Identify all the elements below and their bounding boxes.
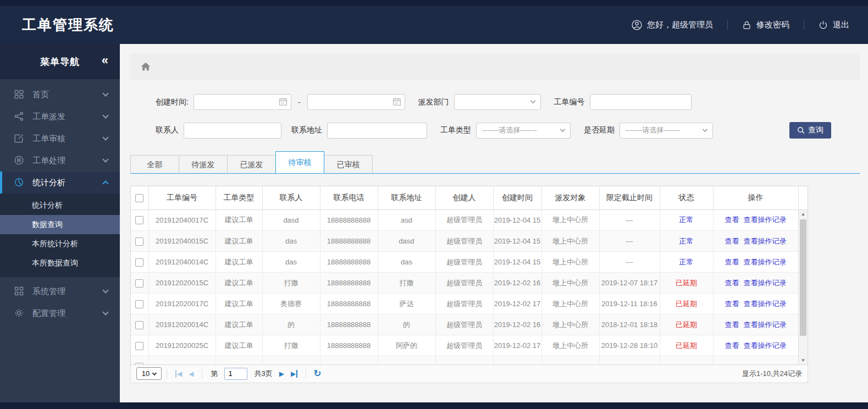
view-log-link[interactable]: 查看操作记录 bbox=[744, 341, 787, 350]
sidebar-item-process[interactable]: 工单处理 bbox=[0, 150, 120, 172]
change-password-link[interactable]: 修改密码 bbox=[756, 20, 789, 30]
chevron-down-icon bbox=[102, 156, 108, 162]
sidebar-item-dispatch[interactable]: 工单派发 bbox=[0, 106, 120, 128]
cell-creator: 超级管理员 bbox=[435, 273, 493, 294]
row-checkbox[interactable] bbox=[135, 321, 143, 329]
prev-page-button[interactable]: ◀ bbox=[189, 370, 193, 378]
calendar-icon[interactable] bbox=[279, 97, 288, 106]
cell bbox=[148, 356, 215, 364]
tab-reviewed[interactable]: 已审核 bbox=[324, 155, 373, 173]
view-link[interactable]: 查看 bbox=[725, 237, 739, 245]
address-input[interactable] bbox=[327, 123, 427, 139]
cell-target: 墩上中心所 bbox=[541, 294, 599, 314]
view-link[interactable]: 查看 bbox=[725, 215, 739, 224]
row-checkbox[interactable] bbox=[135, 216, 143, 224]
row-checkbox[interactable] bbox=[135, 342, 143, 350]
cell-actions: 查看查看操作记录 bbox=[713, 273, 798, 294]
sidebar-item-statistics[interactable]: 统计分析 bbox=[0, 172, 120, 194]
sidebar-subitem-data-query[interactable]: 数据查询 bbox=[0, 215, 120, 234]
view-link[interactable]: 查看 bbox=[725, 300, 739, 308]
row-checkbox[interactable] bbox=[135, 300, 143, 308]
next-page-button[interactable]: ▶ bbox=[279, 370, 284, 378]
view-log-link[interactable]: 查看操作记录 bbox=[744, 279, 787, 287]
cell-type: 建议工单 bbox=[215, 252, 262, 273]
search-button-label: 查询 bbox=[808, 125, 823, 135]
sidebar-title: 菜单导航 bbox=[40, 56, 80, 68]
chevron-down-icon bbox=[102, 309, 108, 315]
view-log-link[interactable]: 查看操作记录 bbox=[744, 300, 787, 308]
refresh-button[interactable]: ↻ bbox=[313, 368, 321, 379]
select-value: -------请选择------- bbox=[482, 125, 537, 135]
contact-input[interactable] bbox=[184, 123, 281, 139]
cell-checkbox bbox=[131, 231, 148, 252]
header-divider bbox=[804, 20, 804, 30]
order-no-input[interactable] bbox=[590, 94, 692, 110]
row-checkbox[interactable] bbox=[135, 258, 143, 267]
cell-order-no: 201912020014C bbox=[148, 314, 215, 335]
sidebar-item-system[interactable]: 系统管理 bbox=[0, 280, 120, 302]
create-time-end-input[interactable] bbox=[307, 94, 405, 110]
order-type-select[interactable]: -------请选择------- bbox=[476, 123, 571, 139]
view-log-link[interactable]: 查看操作记录 bbox=[744, 215, 787, 224]
sidebar-item-review[interactable]: 工单审核 bbox=[0, 128, 120, 150]
sidebar-subitem-branch-statistics[interactable]: 本所统计分析 bbox=[0, 234, 120, 253]
logout-link[interactable]: 退出 bbox=[833, 20, 849, 30]
delay-select[interactable]: -------请选择------- bbox=[620, 123, 713, 139]
scrollbar-thumb[interactable] bbox=[800, 219, 806, 336]
sidebar-item-config[interactable]: 配置管理 bbox=[0, 302, 120, 324]
tab-pending-dispatch[interactable]: 待派发 bbox=[179, 155, 228, 173]
page-number-input[interactable] bbox=[224, 368, 247, 380]
view-link[interactable]: 查看 bbox=[725, 279, 739, 287]
breadcrumb bbox=[130, 53, 860, 80]
first-page-button[interactable]: ◀ bbox=[175, 370, 182, 378]
collapse-sidebar-icon[interactable]: « bbox=[102, 53, 109, 68]
cell-address: dasd bbox=[378, 231, 435, 252]
cell bbox=[713, 356, 798, 364]
grid-icon bbox=[14, 90, 25, 100]
sidebar-item-home[interactable]: 首页 bbox=[0, 84, 120, 106]
select-all-checkbox[interactable] bbox=[135, 194, 143, 202]
view-link[interactable]: 查看 bbox=[725, 320, 739, 329]
create-time-start-input[interactable] bbox=[193, 94, 291, 110]
last-page-button[interactable]: ▶ bbox=[291, 370, 297, 378]
cell-address: asd bbox=[378, 210, 435, 231]
header-cell: 状态 bbox=[660, 186, 713, 209]
view-log-link[interactable]: 查看操作记录 bbox=[744, 237, 787, 245]
tab-all[interactable]: 全部 bbox=[130, 155, 179, 173]
squares-icon bbox=[14, 286, 25, 297]
cell-target: 墩上中心所 bbox=[541, 335, 599, 356]
view-log-link[interactable]: 查看操作记录 bbox=[744, 320, 787, 329]
sidebar: 菜单导航 « 首页 工单派发 工单审核 工单处理 bbox=[0, 44, 120, 402]
cell-created: 2019-12-02 16 bbox=[493, 273, 541, 294]
sidebar-subitem-statistics[interactable]: 统计分析 bbox=[0, 196, 120, 215]
user-icon bbox=[632, 20, 642, 30]
scroll-down-icon[interactable]: ▼ bbox=[799, 356, 808, 364]
cell-deadline: --- bbox=[599, 252, 660, 273]
page-size-select[interactable]: 10 bbox=[136, 367, 162, 380]
sidebar-item-label: 工单派发 bbox=[32, 112, 103, 122]
header-cell: 创建人 bbox=[435, 186, 493, 209]
calendar-icon[interactable] bbox=[392, 97, 401, 106]
table-scrollbar[interactable]: ▲ ▼ bbox=[798, 210, 808, 364]
sidebar-item-label: 配置管理 bbox=[32, 308, 103, 319]
dispatch-dept-select[interactable] bbox=[454, 94, 541, 110]
gear-icon bbox=[14, 308, 25, 319]
sidebar-subitem-branch-data-query[interactable]: 本所数据查询 bbox=[0, 253, 120, 273]
cell-address: 的 bbox=[378, 314, 435, 335]
cell-contact: 的 bbox=[262, 314, 320, 335]
view-link[interactable]: 查看 bbox=[725, 341, 739, 350]
status-tabs: 全部 待派发 已派发 待审核 已审核 bbox=[130, 151, 860, 174]
row-checkbox[interactable] bbox=[135, 279, 143, 288]
view-log-link[interactable]: 查看操作记录 bbox=[744, 258, 787, 266]
view-link[interactable]: 查看 bbox=[725, 258, 739, 266]
cell-created: 2019-12-02 16 bbox=[493, 314, 541, 335]
header-cell: 联系电话 bbox=[320, 186, 378, 209]
date-range-separator: - bbox=[298, 98, 301, 107]
row-checkbox[interactable] bbox=[135, 237, 143, 246]
scroll-up-icon[interactable]: ▲ bbox=[799, 210, 808, 218]
search-button[interactable]: 查询 bbox=[789, 122, 831, 139]
row-checkbox[interactable] bbox=[135, 363, 143, 364]
tab-dispatched[interactable]: 已派发 bbox=[227, 155, 276, 173]
tab-pending-review[interactable]: 待审核 bbox=[275, 151, 324, 174]
home-icon[interactable] bbox=[140, 61, 151, 72]
